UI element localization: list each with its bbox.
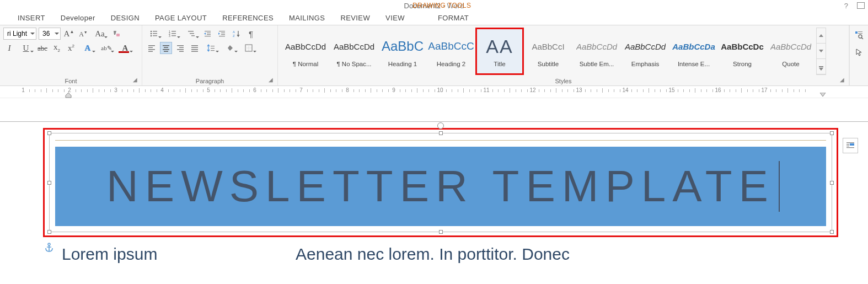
clear-formatting-button[interactable] (110, 28, 122, 40)
resize-handle[interactable] (47, 131, 51, 135)
select-icon[interactable] (853, 46, 865, 58)
svg-rect-18 (207, 34, 211, 35)
font-group-label: Font (3, 77, 138, 85)
tab-view[interactable]: VIEW (378, 12, 412, 24)
show-paragraph-marks-button[interactable]: ¶ (245, 28, 257, 40)
style-item--normal[interactable]: AaBbCcDd¶ Normal (281, 28, 330, 75)
resize-handle[interactable] (830, 181, 834, 185)
style-preview: AaBbCcDd (625, 35, 666, 57)
font-color-button[interactable]: A (117, 42, 133, 54)
style-item-subtitle[interactable]: AaBbCcISubtitle (524, 28, 572, 75)
svg-rect-37 (179, 51, 184, 52)
style-item-heading-2[interactable]: AaBbCcCHeading 2 (427, 28, 475, 75)
style-item--no-spac-[interactable]: AaBbCcDd¶ No Spac... (330, 28, 378, 75)
increase-indent-button[interactable] (216, 28, 228, 40)
font-size-combo[interactable] (39, 28, 61, 40)
superscript-button[interactable]: x2 (65, 42, 77, 54)
subscript-button[interactable]: x2 (51, 42, 63, 54)
ruler-number: 15 (668, 87, 674, 93)
line-spacing-button[interactable] (203, 42, 219, 54)
tab-page-layout[interactable]: PAGE LAYOUT (147, 12, 215, 24)
style-preview: AaBbCcDd (576, 35, 617, 57)
decrease-indent-button[interactable] (202, 28, 214, 40)
style-name-label: Quote (782, 61, 799, 67)
rotate-handle-icon[interactable] (437, 122, 444, 129)
style-item-subtle-em-[interactable]: AaBbCcDdSubtle Em... (572, 28, 621, 75)
svg-rect-54 (846, 144, 849, 144)
resize-handle[interactable] (830, 230, 834, 234)
title-textbox[interactable]: NEWSLETTER TEMPLATE (49, 133, 832, 232)
resize-handle[interactable] (47, 230, 51, 234)
body-text-1[interactable]: Lorem ipsum (62, 245, 157, 264)
tab-insert[interactable]: INSERT (10, 12, 53, 24)
style-preview: AaBbCcDc (721, 35, 764, 57)
style-name-label: ¶ Normal (293, 61, 318, 67)
borders-button[interactable] (240, 42, 257, 54)
paragraph-dialog-launcher-icon[interactable]: ◢ (269, 77, 275, 83)
align-right-button[interactable] (174, 42, 186, 54)
gallery-more-button[interactable] (817, 59, 826, 74)
resize-handle[interactable] (439, 131, 443, 135)
resize-handle[interactable] (830, 131, 834, 135)
textbox-selection-highlight: NEWSLETTER TEMPLATE (43, 128, 838, 237)
gallery-down-button[interactable] (817, 44, 826, 59)
shrink-font-button[interactable]: A▼ (77, 28, 89, 40)
style-item-quote[interactable]: AaBbCcDdQuote (767, 28, 815, 75)
svg-rect-6 (153, 35, 157, 36)
change-case-button[interactable]: Aa (92, 28, 108, 40)
find-icon[interactable] (853, 29, 865, 41)
style-item-strong[interactable]: AaBbCcDcStrong (718, 28, 767, 75)
style-item-intense-e-[interactable]: AaBbCcDaIntense E... (669, 28, 718, 75)
svg-rect-56 (846, 146, 849, 146)
bullets-button[interactable] (146, 28, 162, 40)
italic-button[interactable]: I (3, 42, 15, 54)
svg-rect-53 (846, 142, 854, 143)
resize-handle[interactable] (47, 181, 51, 185)
numbering-button[interactable]: 123 (164, 28, 181, 40)
tab-design[interactable]: DESIGN (103, 12, 147, 24)
gallery-scroll (816, 28, 826, 75)
resize-handle[interactable] (439, 230, 443, 234)
ruler-number: 11 (483, 87, 489, 93)
tab-review[interactable]: REVIEW (333, 12, 378, 24)
style-item-emphasis[interactable]: AaBbCcDdEmphasis (621, 28, 669, 75)
title-text[interactable]: NEWSLETTER TEMPLATE (106, 161, 775, 212)
grow-font-button[interactable]: A▲ (63, 28, 75, 40)
highlight-color-button[interactable]: ab✎ (98, 42, 115, 54)
svg-rect-50 (858, 33, 862, 34)
body-text-2[interactable]: Aenean nec lorem. In porttitor. Donec (296, 245, 570, 264)
help-icon[interactable]: ? (844, 2, 848, 10)
style-item-heading-1[interactable]: AaBbCHeading 1 (378, 28, 427, 75)
svg-rect-27 (148, 47, 153, 48)
horizontal-ruler[interactable]: 1234567891011121314151617 (0, 86, 868, 98)
svg-rect-44 (211, 50, 215, 51)
style-preview: AaBbCcI (532, 35, 564, 57)
underline-button[interactable]: U (18, 42, 34, 54)
font-dialog-launcher-icon[interactable]: ◢ (133, 77, 140, 83)
tab-developer[interactable]: Developer (53, 12, 103, 24)
tab-mailings[interactable]: MAILINGS (281, 12, 333, 24)
document-area: NEWSLETTER TEMPLATE Lorem ipsum Aenean n… (0, 98, 868, 284)
anchor-icon[interactable] (44, 243, 54, 254)
tab-format[interactable]: FORMAT (430, 12, 476, 24)
justify-button[interactable] (189, 42, 201, 54)
gallery-up-button[interactable] (817, 28, 826, 44)
font-family-combo[interactable] (3, 28, 36, 40)
chevron-down-icon (55, 33, 59, 35)
right-indent-marker[interactable] (819, 93, 826, 97)
shading-button[interactable] (222, 42, 238, 54)
font-size-input[interactable] (42, 30, 52, 37)
sort-button[interactable]: AZ (231, 28, 243, 40)
left-indent-marker[interactable] (65, 93, 72, 98)
style-item-title[interactable]: AATitle (475, 28, 524, 75)
tab-references[interactable]: REFERENCES (215, 12, 281, 24)
align-center-button[interactable] (160, 42, 172, 54)
layout-options-button[interactable] (843, 138, 858, 153)
strikethrough-button[interactable]: abc (36, 42, 49, 54)
styles-dialog-launcher-icon[interactable]: ◢ (840, 77, 846, 83)
align-left-button[interactable] (146, 42, 158, 54)
maximize-icon[interactable] (857, 2, 865, 9)
multilevel-list-button[interactable] (183, 28, 200, 40)
text-effects-button[interactable]: A (79, 42, 96, 54)
font-family-input[interactable] (7, 30, 28, 37)
